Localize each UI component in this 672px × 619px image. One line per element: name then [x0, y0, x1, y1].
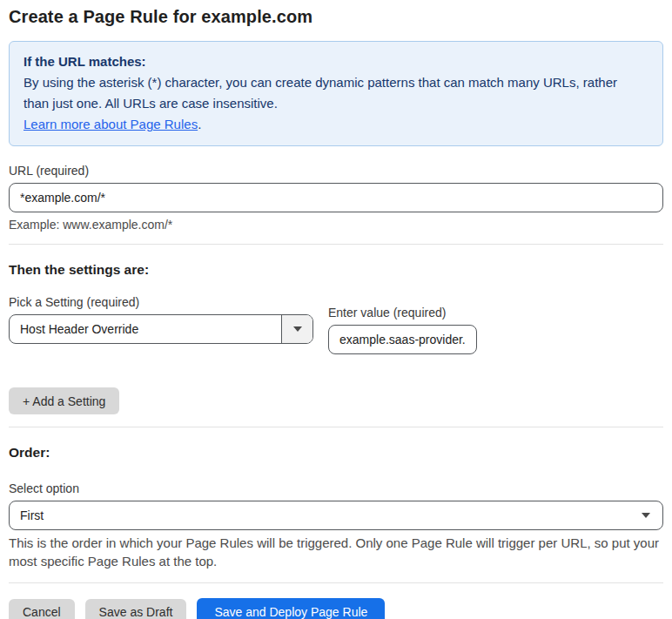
- url-example-text: Example: www.example.com/*: [9, 218, 663, 232]
- setting-value-input[interactable]: [328, 325, 477, 354]
- footer-actions: Cancel Save as Draft Save and Deploy Pag…: [9, 598, 663, 619]
- order-helper-text: This is the order in which your Page Rul…: [9, 534, 663, 570]
- settings-heading: Then the settings are:: [9, 262, 663, 278]
- settings-row: Pick a Setting (required) Host Header Ov…: [9, 295, 663, 354]
- order-select-value: First: [20, 508, 642, 522]
- page-title: Create a Page Rule for example.com: [9, 7, 663, 27]
- chevron-down-icon: [642, 513, 650, 518]
- setting-select[interactable]: Host Header Override: [9, 314, 313, 344]
- setting-select-value: Host Header Override: [10, 315, 281, 343]
- setting-select-arrow-button[interactable]: [281, 315, 312, 343]
- divider: [9, 582, 663, 583]
- url-input[interactable]: [9, 183, 663, 212]
- url-label: URL (required): [9, 164, 663, 178]
- save-deploy-button[interactable]: Save and Deploy Page Rule: [197, 598, 385, 619]
- learn-more-link[interactable]: Learn more about Page Rules: [24, 117, 198, 131]
- chevron-down-icon: [293, 326, 302, 332]
- setting-value-column: Enter value (required): [328, 306, 477, 354]
- page-rule-form: Create a Page Rule for example.com If th…: [0, 0, 672, 619]
- divider: [9, 244, 663, 245]
- info-banner: If the URL matches: By using the asteris…: [9, 41, 663, 146]
- order-heading: Order:: [9, 445, 663, 461]
- value-label: Enter value (required): [328, 306, 477, 320]
- save-draft-button[interactable]: Save as Draft: [85, 599, 187, 619]
- info-banner-heading: If the URL matches:: [24, 51, 633, 72]
- order-label: Select option: [9, 481, 663, 495]
- link-period: .: [198, 117, 201, 131]
- setting-picker-column: Pick a Setting (required) Host Header Ov…: [9, 295, 313, 344]
- divider: [9, 427, 663, 427]
- order-select[interactable]: First: [9, 501, 663, 530]
- setting-label: Pick a Setting (required): [9, 295, 313, 309]
- cancel-button[interactable]: Cancel: [9, 599, 75, 619]
- info-banner-body: By using the asterisk (*) character, you…: [24, 72, 633, 114]
- add-setting-button[interactable]: + Add a Setting: [9, 387, 119, 414]
- info-banner-link-line: Learn more about Page Rules.: [24, 114, 633, 135]
